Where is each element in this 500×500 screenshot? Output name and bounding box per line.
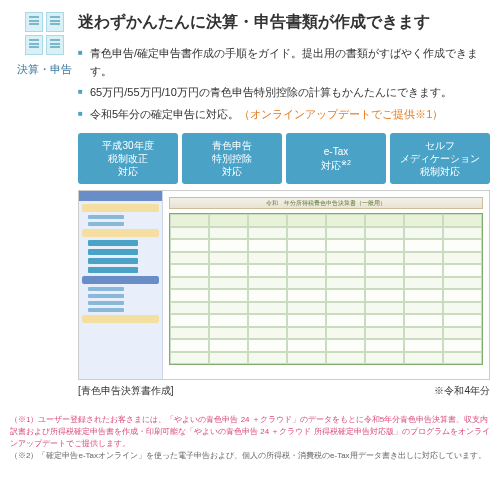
feature-item: 令和5年分の確定申告に対応。（オンラインアップデートでご提供※1） <box>78 106 490 124</box>
screenshot-form-grid <box>169 213 483 365</box>
screenshot-doc-title: 令和 年分所得税青色申告決算書（一般用） <box>266 199 386 208</box>
feature-item: 青色申告/確定申告書作成の手順をガイド。提出用の書類がすばやく作成できます。 <box>78 45 490 80</box>
badge-tax-reform: 平成30年度税制改正対応 <box>78 133 178 184</box>
footnote-2: （※2）「確定申告e-Taxオンライン」を使った電子申告および、個人の所得税・消… <box>10 450 490 462</box>
screenshot-caption: [青色申告決算書作成] ※令和4年分 <box>78 384 490 398</box>
badge-self-medication: セルフメディケーション税制対応 <box>390 133 490 184</box>
section-label: 決算・申告 <box>10 62 78 77</box>
caption-left: [青色申告決算書作成] <box>78 384 174 398</box>
screenshot-sidebar <box>79 191 163 379</box>
feature-highlight: （オンラインアップデートでご提供※1） <box>239 108 443 120</box>
screenshot-doc-title-bar: 令和 年分所得税青色申告決算書（一般用） <box>169 197 483 209</box>
badge-etax: e-Tax対応※2 <box>286 133 386 184</box>
documents-icon <box>22 12 66 56</box>
feature-item: 65万円/55万円/10万円の青色申告特別控除の計算もかんたんにできます。 <box>78 84 490 102</box>
feature-badges: 平成30年度税制改正対応 青色申告特別控除対応 e-Tax対応※2 セルフメディ… <box>78 133 490 184</box>
app-screenshot: 令和 年分所得税青色申告決算書（一般用） <box>78 190 490 380</box>
footnotes: （※1）ユーザー登録されたお客さまには、「やよいの青色申告 24 ＋クラウド」の… <box>0 414 500 472</box>
page-title: 迷わずかんたんに決算・申告書類が作成できます <box>78 12 490 33</box>
feature-list: 青色申告/確定申告書作成の手順をガイド。提出用の書類がすばやく作成できます。 6… <box>78 45 490 123</box>
section-indicator: 決算・申告 <box>10 12 78 406</box>
badge-blue-return: 青色申告特別控除対応 <box>182 133 282 184</box>
caption-right: ※令和4年分 <box>434 384 490 398</box>
footnote-1: （※1）ユーザー登録されたお客さまには、「やよいの青色申告 24 ＋クラウド」の… <box>10 414 490 450</box>
feature-text: 令和5年分の確定申告に対応。 <box>90 108 239 120</box>
screenshot-main: 令和 年分所得税青色申告決算書（一般用） <box>163 191 489 379</box>
